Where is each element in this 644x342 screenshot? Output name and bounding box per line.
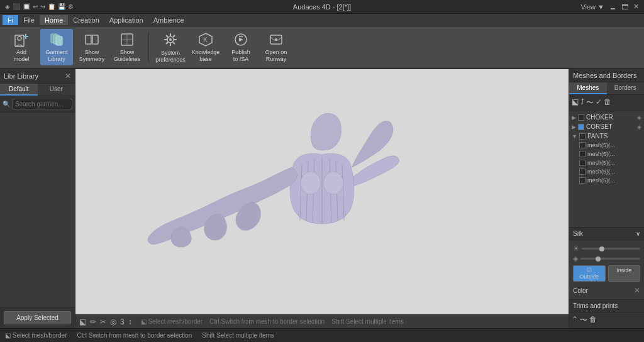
- silk-title: Silk: [573, 230, 583, 237]
- main-area: Libr Library ✕ Default User 🔍 Apply Sele…: [0, 69, 644, 328]
- trims-header[interactable]: Trims and prints: [569, 300, 644, 312]
- menu-home[interactable]: Home: [40, 15, 68, 25]
- trims-tool-3[interactable]: 🗑: [589, 315, 597, 326]
- mesh-tool-delete[interactable]: 🗑: [604, 97, 611, 108]
- show-guidelines-button[interactable]: ShowGuidelines: [111, 29, 143, 65]
- silk-content: ☀ ◈ ☑ Outside I: [569, 240, 644, 299]
- open-on-runway-button[interactable]: Open onRunway: [260, 29, 292, 65]
- svg-line-20: [173, 42, 175, 44]
- menu-creation[interactable]: Creation: [68, 15, 104, 25]
- tab-default[interactable]: Default: [0, 84, 38, 96]
- close-button[interactable]: ✕: [633, 3, 639, 11]
- silk-arrow: ∨: [636, 230, 640, 237]
- add-model-icon: [13, 31, 30, 48]
- sidebar: Libr Library ✕ Default User 🔍 Apply Sele…: [0, 69, 75, 328]
- prop-slider-1[interactable]: [582, 248, 640, 250]
- meshes-borders-header: Meshes and Borders: [569, 69, 644, 82]
- search-input[interactable]: [12, 99, 72, 109]
- zoom-icon[interactable]: ↕: [128, 317, 132, 326]
- maximize-button[interactable]: 🗖: [621, 3, 628, 11]
- prop-slider-2[interactable]: [580, 258, 640, 260]
- mesh-group-corset[interactable]: ▶ CORSET ◈: [569, 122, 644, 131]
- title-icon-3: ↩: [33, 3, 38, 10]
- prop-buttons-row: ☑ Outside Inside: [573, 265, 640, 282]
- svg-rect-7: [86, 35, 91, 44]
- add-model-button[interactable]: Addmodel: [5, 29, 38, 65]
- system-preferences-button[interactable]: Systempreferences: [154, 29, 187, 65]
- tab-user[interactable]: User: [38, 84, 75, 96]
- knowledge-base-button[interactable]: K Knowledgebase: [189, 29, 222, 65]
- draw-tool-icon[interactable]: ✏: [90, 317, 96, 326]
- menu-application[interactable]: Application: [104, 15, 148, 25]
- title-icon-7: ⚙: [68, 3, 74, 10]
- pants-arrow: ▼: [572, 133, 577, 140]
- view-button[interactable]: View ▼: [580, 3, 604, 11]
- svg-point-37: [301, 172, 321, 194]
- color-close-button[interactable]: ✕: [634, 286, 640, 295]
- measure-tool-icon[interactable]: ◎: [110, 317, 116, 326]
- menu-ambience[interactable]: Ambience: [148, 15, 189, 25]
- mesh3-checkbox[interactable]: [579, 160, 586, 166]
- mesh-list: ▶ CHOKER ◈ ▶ CORSET ◈ ▼ PANTS mesh(5)(..…: [569, 111, 644, 227]
- apply-selected-button[interactable]: Apply Selected: [4, 311, 71, 324]
- pants-checkbox[interactable]: [579, 133, 586, 140]
- mesh-group-pants[interactable]: ▼ PANTS: [569, 131, 644, 141]
- silk-section-header[interactable]: Silk ∨: [569, 228, 644, 240]
- minimize-button[interactable]: 🗕: [609, 3, 616, 11]
- mesh-item-2[interactable]: mesh(5)(...: [569, 150, 644, 158]
- inside-button[interactable]: Inside: [608, 265, 641, 282]
- titlebar-left: ◈ ⬛ 🔲 ↩ ↪ 📋 💾 ⚙: [5, 3, 74, 10]
- app-icon: ◈: [5, 3, 10, 10]
- mesh-tool-wave[interactable]: 〜: [586, 97, 594, 108]
- sidebar-close-button[interactable]: ✕: [65, 72, 71, 80]
- cut-tool-icon[interactable]: ✂: [100, 317, 106, 326]
- tab-meshes[interactable]: Meshes: [569, 82, 607, 94]
- viewport-status-text: ⬕ Select mesh/border Ctrl Switch from me…: [141, 318, 404, 325]
- menu-fi[interactable]: Fi: [3, 15, 18, 25]
- mesh5-checkbox[interactable]: [579, 177, 586, 184]
- right-panel: Meshes and Borders Meshes Borders ⬕ ⤴ 〜 …: [569, 69, 644, 328]
- trims-tool-2[interactable]: 〜: [580, 315, 587, 326]
- mesh-item-5[interactable]: mesh(5)(...: [569, 176, 644, 185]
- mesh-group-choker[interactable]: ▶ CHOKER ◈: [569, 113, 644, 122]
- mesh-item-1[interactable]: mesh(5)(...: [569, 141, 644, 150]
- garment-library-icon: [48, 31, 65, 48]
- mesh-tool-copy[interactable]: ⤴: [580, 97, 584, 108]
- trims-tool-1[interactable]: ⌃: [572, 315, 578, 326]
- corset-icon: ◈: [637, 124, 641, 130]
- mesh-item-4[interactable]: mesh(5)(...: [569, 167, 644, 176]
- mesh2-checkbox[interactable]: [579, 151, 586, 157]
- mesh2-label: mesh(5)(...: [587, 151, 615, 157]
- outside-button[interactable]: ☑ Outside: [573, 265, 606, 282]
- mesh4-label: mesh(5)(...: [587, 168, 615, 175]
- corset-label: CORSET: [586, 123, 613, 130]
- model-display: [140, 104, 504, 293]
- color-row: Color ✕: [573, 284, 640, 297]
- garment-library-button[interactable]: GarmentLibrary: [40, 29, 73, 65]
- ribbon-separator-1: [148, 31, 149, 63]
- choker-label: CHOKER: [586, 114, 613, 121]
- mesh-tool-check[interactable]: ✓: [596, 97, 602, 108]
- tab-borders[interactable]: Borders: [607, 82, 645, 94]
- mesh4-checkbox[interactable]: [579, 168, 586, 175]
- knowledge-base-label: Knowledgebase: [192, 49, 220, 63]
- svg-point-14: [169, 38, 172, 41]
- show-symmetry-button[interactable]: ShowSymmetry: [75, 29, 108, 65]
- mesh-tool-select[interactable]: ⬕: [572, 97, 579, 108]
- pants-label: PANTS: [587, 133, 608, 140]
- corset-checkbox[interactable]: [578, 124, 584, 130]
- viewport[interactable]: ⬕ ✏ ✂ ◎ 3 ↕ ⬕ Select mesh/border Ctrl Sw…: [75, 69, 569, 328]
- mesh-toolbar: ⬕ ⤴ 〜 ✓ 🗑: [569, 95, 644, 111]
- view-3d-icon[interactable]: 3: [120, 317, 125, 326]
- publish-to-isa-button[interactable]: Publishto ISA: [225, 29, 257, 65]
- menu-file[interactable]: File: [18, 15, 40, 25]
- mesh-item-3[interactable]: mesh(5)(...: [569, 158, 644, 167]
- prop-row-2: ◈: [573, 255, 640, 263]
- sidebar-search-area: 🔍: [0, 96, 75, 113]
- choker-checkbox[interactable]: [578, 114, 584, 121]
- title-icon-4: ↪: [40, 3, 45, 10]
- select-tool-icon[interactable]: ⬕: [79, 317, 86, 326]
- svg-text:K: K: [203, 36, 208, 43]
- svg-rect-6: [56, 36, 62, 45]
- mesh1-checkbox[interactable]: [579, 142, 586, 148]
